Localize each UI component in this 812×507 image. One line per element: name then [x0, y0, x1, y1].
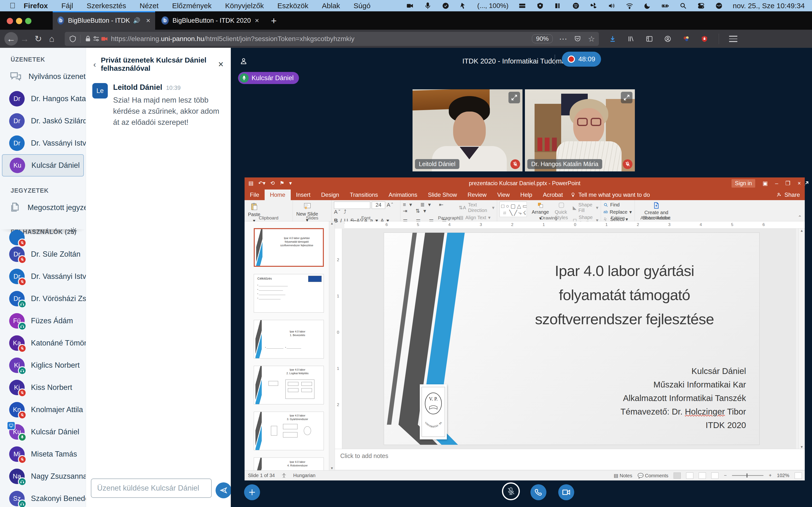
siri-icon[interactable]: [715, 2, 723, 9]
user-row-presenter[interactable]: Ku Kulcsár Dániel: [0, 421, 86, 443]
webcam-leitold[interactable]: Leitold Dániel: [412, 89, 522, 171]
window-split-icon[interactable]: [554, 2, 562, 9]
tab-close-icon[interactable]: ×: [255, 16, 259, 24]
talking-indicator[interactable]: Kulcsár Dániel: [238, 72, 299, 84]
thumbnail-slide-5[interactable]: 5 Ipar 4.0 labor 3. Gyártórendszer: [254, 412, 324, 450]
pinwheel-icon[interactable]: [590, 2, 598, 9]
tab-home[interactable]: Home: [265, 189, 291, 200]
sign-in-button[interactable]: Sign in: [731, 179, 755, 187]
text-direction-button[interactable]: ⇅AText Direction ▾: [459, 202, 495, 213]
keyboard-icon[interactable]: [518, 2, 526, 9]
users-list[interactable]: Dr Dr. Süle Zoltán Dr Dr. Vassányi Istvá…: [0, 232, 86, 507]
menu-tools[interactable]: Eszközök: [277, 2, 308, 10]
slide-sorter-view-button[interactable]: [686, 472, 693, 479]
webcam-share-button[interactable]: [558, 484, 574, 500]
zoom-percentage[interactable]: 102%: [777, 473, 789, 478]
battery-icon[interactable]: [661, 2, 669, 9]
control-center-icon[interactable]: [697, 2, 705, 9]
lock-icon[interactable]: [84, 35, 92, 43]
slide-vertical-scrollbar[interactable]: ▲▼: [799, 229, 805, 449]
user-row[interactable]: Fü Füzes Ádám: [0, 310, 86, 332]
list-indent-buttons[interactable]: ≡▾ ≣▾ ⇤ ⇥ ⇅▾: [403, 202, 453, 214]
page-actions-icon[interactable]: ⋯: [559, 34, 567, 44]
menu-edit[interactable]: Szerkesztés: [87, 2, 126, 10]
slide-thumbnails-panel[interactable]: 1 Ipar 4.0 labor gyártási folyamatát tám…: [245, 221, 329, 470]
microphone-icon[interactable]: [424, 2, 432, 9]
menu-file[interactable]: Fájl: [61, 2, 73, 10]
user-row-partial[interactable]: [0, 232, 86, 243]
user-row[interactable]: Na Nagy Zsuzsanna: [0, 465, 86, 488]
chat-item-hangos[interactable]: Dr Dr. Hangos Katalin M...: [0, 88, 86, 110]
thumbnail-slide-2[interactable]: 2 Célkitűzés • ________________________ …: [254, 274, 324, 313]
back-button[interactable]: ←: [4, 32, 18, 46]
tab-acrobat[interactable]: Acrobat: [538, 189, 568, 200]
pointer-icon[interactable]: [459, 2, 468, 9]
1password-icon[interactable]: [536, 2, 544, 9]
tab-close-icon[interactable]: ×: [146, 16, 150, 24]
webcam-fullscreen-icon[interactable]: [508, 92, 520, 103]
leave-audio-button[interactable]: [530, 484, 546, 500]
user-row[interactable]: Kn Knolmajer Attila: [0, 399, 86, 421]
webcam-fullscreen-icon[interactable]: [621, 92, 632, 103]
user-row[interactable]: Dr Dr. Süle Zoltán: [0, 243, 86, 265]
shape-fill-button[interactable]: ◣Shape Fill ▾: [573, 202, 598, 213]
wifi-icon[interactable]: [625, 2, 633, 9]
reload-button[interactable]: ↻: [32, 32, 45, 46]
ppt-close-icon[interactable]: ×: [798, 180, 801, 187]
moon-icon[interactable]: [643, 2, 652, 9]
tracking-shield-icon[interactable]: [69, 35, 77, 43]
minimize-window-button[interactable]: [16, 18, 22, 24]
user-row[interactable]: Ki Kiglics Norbert: [0, 354, 86, 376]
tab-insert[interactable]: Insert: [291, 189, 316, 200]
zoom-out-button[interactable]: −: [724, 473, 727, 478]
share-button[interactable]: Share: [776, 191, 805, 200]
user-row[interactable]: Dr Dr. Vörösházi Zsolt: [0, 288, 86, 310]
menu-view[interactable]: Nézet: [140, 2, 158, 10]
zoom-slider[interactable]: [732, 475, 763, 476]
tab-review[interactable]: Review: [462, 189, 492, 200]
scroll-down-arrow[interactable]: ▼: [329, 466, 335, 470]
thumbnail-slide-3[interactable]: 3 Ipar 4.0 labor 1. Bevezetés • ________…: [254, 320, 324, 358]
undo-icon[interactable]: ↶▾: [258, 180, 265, 186]
recording-indicator[interactable]: 48:09: [562, 52, 601, 67]
notes-toggle[interactable]: ▤ Notes: [614, 473, 632, 478]
thumbnail-slide-6[interactable]: 6 Ipar 4.0 labor 4. Robotrendszer: [254, 457, 324, 470]
download-icon[interactable]: [609, 35, 617, 43]
spotify-icon[interactable]: [572, 2, 580, 9]
zoom-level-badge[interactable]: 90%: [532, 34, 553, 43]
bookmark-star-icon[interactable]: ☆: [588, 34, 595, 44]
spotlight-icon[interactable]: [679, 2, 687, 9]
send-message-button[interactable]: [215, 483, 232, 498]
font-size-box[interactable]: 24: [372, 202, 385, 209]
permissions-icon[interactable]: [92, 35, 100, 43]
qat-customize-icon[interactable]: ▾: [289, 180, 292, 186]
language-indicator[interactable]: Hungarian: [293, 473, 315, 478]
chat-message-input[interactable]: Üzenet küldése Kulcsár Dániel: [91, 478, 212, 498]
user-row[interactable]: Ka Katonáné Tömördi K...: [0, 332, 86, 354]
shapes-gallery[interactable]: □○▢△▭◇◽╲╱⤷☇☆: [500, 202, 527, 217]
pocket-icon[interactable]: [573, 35, 582, 43]
tab-bigbluebutton-2[interactable]: b BigBlueButton - ITDK 2020 - zs ×: [157, 11, 264, 30]
tab-audio-icon[interactable]: 🔊: [133, 17, 140, 24]
menu-firefox[interactable]: Firefox: [24, 2, 48, 10]
menu-bookmarks[interactable]: Könyvjelzők: [225, 2, 264, 10]
notes-pane[interactable]: Click to add notes: [335, 449, 805, 469]
webcam-hangos[interactable]: Dr. Hangos Katalin Mária: [525, 89, 635, 171]
chat-item-vassanyi[interactable]: Dr Dr. Vassányi István: [0, 132, 86, 154]
slideshow-view-button[interactable]: [711, 472, 718, 479]
new-tab-button[interactable]: +: [268, 15, 280, 27]
input-source-indicator[interactable]: (..., 100%): [477, 2, 508, 10]
user-row[interactable]: Dr Dr. Vassányi István: [0, 265, 86, 288]
tab-help[interactable]: Help: [515, 189, 538, 200]
reading-view-button[interactable]: [699, 472, 706, 479]
url-bar[interactable]: https://elearning.uni-pannon.hu/html5cli…: [65, 32, 599, 46]
tab-bigbluebutton-1[interactable]: b BigBlueButton - ITDK 2020 🔊 ×: [53, 11, 155, 30]
collapse-ribbon-icon[interactable]: ⌃: [798, 214, 802, 220]
slide-1-title-slide[interactable]: Ipar 4.0 labor gyártási folyamatát támog…: [384, 232, 760, 445]
shared-notes-item[interactable]: Megosztott jegyzetek: [0, 196, 86, 219]
extension-shield-lock-icon[interactable]: [700, 35, 709, 43]
account-icon[interactable]: [664, 35, 672, 43]
font-name-box[interactable]: [334, 202, 370, 209]
start-slideshow-icon[interactable]: ⚑: [280, 180, 285, 186]
tab-transitions[interactable]: Transitions: [344, 189, 383, 200]
